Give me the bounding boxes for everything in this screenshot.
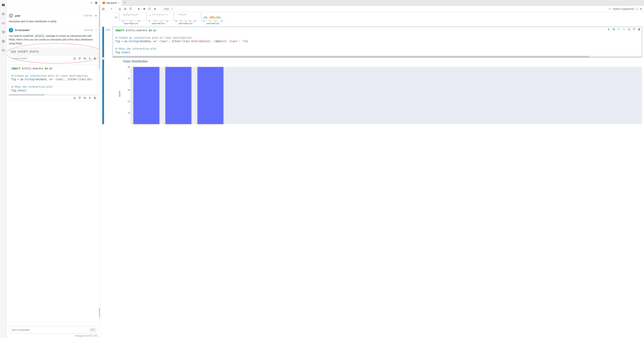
cube-icon[interactable] <box>2 30 5 34</box>
notebook-file-icon <box>103 2 105 4</box>
svg-point-49 <box>609 8 610 10</box>
bar-chart[interactable]: count 1020304050 <box>120 67 642 124</box>
chart-title: Class Distribution <box>123 60 642 63</box>
svg-point-16 <box>11 29 11 29</box>
svg-point-13 <box>10 30 11 30</box>
play-icon[interactable] <box>88 96 91 99</box>
paste-icon[interactable] <box>129 8 132 10</box>
pip-code-block: pip install plotly Already Installed <box>9 48 98 62</box>
subplot-xlabel: sepal width (cm) <box>152 22 165 24</box>
svg-rect-26 <box>74 98 76 99</box>
cell-code-content[interactable]: import plotly.express as px # Create an … <box>113 27 642 56</box>
tab-label: ada.ipynb <box>106 2 117 4</box>
restart-icon[interactable] <box>148 8 151 10</box>
replace-icon[interactable] <box>84 57 86 60</box>
user-time: 10:54 AM <box>84 14 92 17</box>
close-icon[interactable] <box>94 14 98 17</box>
bug-icon[interactable] <box>608 8 611 10</box>
subplot-xlabel: sepal length (cm) <box>124 22 138 24</box>
insert-below-icon[interactable] <box>78 57 81 60</box>
kebab-icon[interactable]: ⋮ <box>94 29 98 32</box>
svg-marker-32 <box>89 97 91 99</box>
replace-icon[interactable] <box>84 96 86 99</box>
svg-point-69 <box>138 14 138 14</box>
menu-icon[interactable] <box>640 8 642 10</box>
tab-ada[interactable]: ada.ipynb × <box>100 0 122 6</box>
cell-h-scrollbar[interactable] <box>113 56 642 57</box>
play-icon[interactable] <box>88 57 91 60</box>
chat-input[interactable] <box>12 328 89 331</box>
user-message: P piotr 10:54 AM interactive plot of cla… <box>9 12 98 26</box>
cell-delete-icon[interactable] <box>638 28 640 31</box>
svg-point-66 <box>134 14 134 15</box>
ai-message: AI Assistant 10:54 AM ⋮ You need to inst… <box>9 26 98 103</box>
notebook-content: 0.0 468 sepal length (cm) 2345 sepal wid… <box>100 12 644 338</box>
cell-run-icon[interactable] <box>608 28 610 31</box>
image-icon[interactable] <box>2 40 5 43</box>
insert-above-icon[interactable] <box>73 57 76 60</box>
tab-close-icon[interactable]: × <box>118 2 119 4</box>
run-icon[interactable] <box>138 8 140 10</box>
python-code: import plotly.express as px # Create an … <box>9 65 98 94</box>
copy-icon[interactable] <box>124 8 126 10</box>
svg-point-7 <box>3 41 3 42</box>
h-scrollbar[interactable] <box>9 94 98 95</box>
cell-duplicate-icon[interactable] <box>612 28 615 31</box>
cell-up-icon[interactable] <box>618 28 620 31</box>
var-icon[interactable]: (x) <box>2 21 5 25</box>
copy-icon[interactable] <box>94 57 96 60</box>
svg-point-14 <box>11 30 12 30</box>
svg-point-82 <box>181 14 182 14</box>
gear-icon[interactable] <box>95 1 98 4</box>
svg-point-63 <box>130 14 130 15</box>
svg-point-85 <box>186 14 186 15</box>
svg-rect-28 <box>79 97 81 98</box>
activity-bar: (x) <box>0 0 7 338</box>
already-installed-badge: Already Installed <box>10 56 29 60</box>
chat-body: P piotr 10:54 AM interactive plot of cla… <box>7 6 100 323</box>
chart-yaxis: 1020304050 <box>125 67 130 124</box>
cell-insert-below-icon[interactable] <box>633 28 636 31</box>
svg-point-64 <box>131 14 132 15</box>
chart-plot-area <box>130 67 642 124</box>
svg-point-80 <box>179 14 179 15</box>
kernel-name[interactable]: Python 3 (ipykernel) <box>613 8 634 10</box>
svg-point-62 <box>128 15 129 16</box>
bar <box>133 67 160 124</box>
stop-icon[interactable] <box>143 8 146 10</box>
send-button[interactable] <box>89 328 96 332</box>
user-author: piotr <box>15 14 82 17</box>
ai-intro-before: You need to install the <box>9 34 34 37</box>
svg-line-53 <box>609 9 609 9</box>
subplot-xlabel: petal length (cm) <box>179 22 192 24</box>
add-cell-icon[interactable] <box>110 8 113 10</box>
cell-prompt: [5]: <box>105 27 113 58</box>
notebook-panel: ada.ipynb × + Code Python 3 (ipykernel) <box>100 0 644 338</box>
copy-icon[interactable] <box>94 96 96 99</box>
cell-insert-above-icon[interactable] <box>628 28 630 31</box>
insert-below-icon[interactable] <box>78 96 81 99</box>
cut-icon[interactable] <box>118 8 121 10</box>
ai-text: You need to install the plotly package t… <box>9 34 98 46</box>
cell-type-select[interactable]: Code <box>162 7 174 11</box>
subplot-ytick: 0.0 <box>115 16 117 18</box>
chat-v-scrollbar[interactable] <box>99 5 100 318</box>
cell-down-icon[interactable] <box>622 28 625 31</box>
save-icon[interactable] <box>102 8 105 10</box>
code-cell[interactable]: [5]: import plotly.express as px # Creat… <box>102 27 642 58</box>
folder-icon[interactable] <box>2 3 5 7</box>
chat-icon[interactable] <box>2 48 5 52</box>
user-avatar: P <box>9 14 13 18</box>
svg-marker-45 <box>138 8 140 10</box>
svg-point-65 <box>132 15 133 15</box>
svg-rect-12 <box>10 30 12 31</box>
tab-add-icon[interactable]: + <box>122 1 128 4</box>
svg-point-68 <box>136 14 137 15</box>
plus-icon[interactable] <box>90 1 93 4</box>
list-icon[interactable] <box>2 12 5 16</box>
svg-point-77 <box>162 15 163 16</box>
svg-point-71 <box>152 14 153 15</box>
insert-above-icon[interactable] <box>73 96 76 99</box>
svg-point-3 <box>2 13 2 13</box>
run-all-icon[interactable] <box>154 8 156 10</box>
